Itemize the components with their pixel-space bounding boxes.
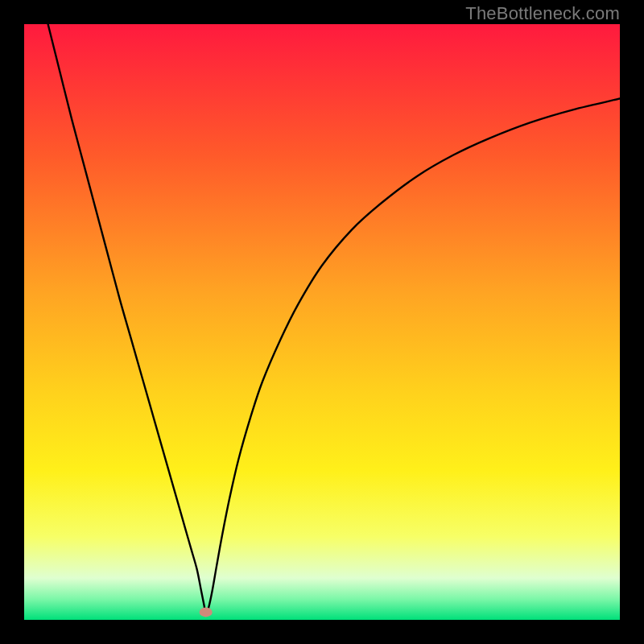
watermark: TheBottleneck.com: [465, 3, 620, 24]
chart-frame: [24, 24, 620, 620]
optimum-marker: [200, 607, 213, 617]
bottleneck-chart: [24, 24, 620, 620]
gradient-background: [24, 24, 620, 620]
